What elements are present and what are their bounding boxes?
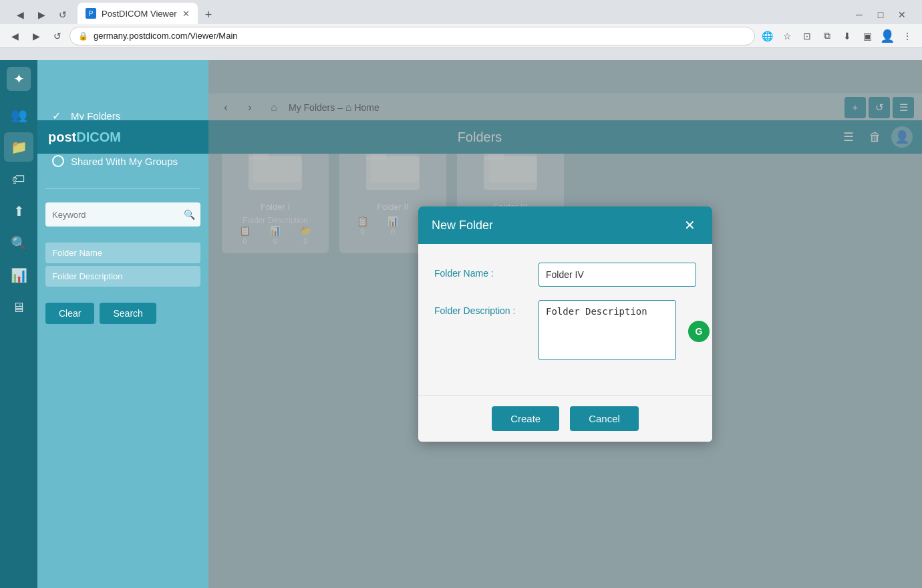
forward-btn[interactable]: ▶ bbox=[27, 27, 45, 45]
folder-name-input[interactable] bbox=[539, 263, 696, 287]
folder-description-textarea[interactable]: Folder Description bbox=[539, 300, 676, 360]
folder-name-field: Folder Name : bbox=[434, 263, 696, 287]
translate-icon[interactable]: 🌐 bbox=[758, 27, 776, 45]
cancel-button[interactable]: Cancel bbox=[570, 406, 639, 431]
keyword-input-wrap: 🔍 bbox=[45, 202, 200, 227]
history-forward-browser[interactable]: ▶ bbox=[32, 5, 51, 24]
clear-button[interactable]: Clear bbox=[45, 303, 94, 324]
sidebar-toggle[interactable]: ▣ bbox=[858, 27, 877, 45]
modal-close-icon: ✕ bbox=[684, 217, 696, 233]
shared-groups-label: Shared With My Groups bbox=[71, 156, 178, 167]
search-actions: Clear Search bbox=[37, 295, 208, 332]
grammarly-icon[interactable]: G bbox=[688, 321, 710, 342]
filter-folder-description-label: Folder Description bbox=[52, 271, 123, 281]
keyword-section: 🔍 bbox=[37, 194, 208, 243]
reload-btn[interactable]: ↺ bbox=[48, 27, 67, 45]
extension-icon[interactable]: ⧉ bbox=[818, 27, 836, 45]
filter-folder-description[interactable]: Folder Description bbox=[45, 266, 200, 287]
filter-folder-name-label: Folder Name bbox=[52, 248, 102, 258]
maximize-btn[interactable]: □ bbox=[871, 5, 890, 24]
rail-upload-icon[interactable]: ⬆ bbox=[4, 196, 33, 226]
modal-header: New Folder ✕ bbox=[418, 206, 712, 244]
rail-monitor-icon[interactable]: 🖥 bbox=[4, 293, 33, 322]
history-back-browser[interactable]: ◀ bbox=[11, 5, 29, 24]
keyword-input[interactable] bbox=[45, 202, 200, 227]
tab-close-btn[interactable]: ✕ bbox=[182, 9, 190, 19]
logo-dicom: DICOM bbox=[76, 130, 121, 144]
folder-name-label: Folder Name : bbox=[434, 263, 528, 279]
cast-icon[interactable]: ⊡ bbox=[798, 27, 816, 45]
menu-btn[interactable]: ⋮ bbox=[898, 27, 917, 45]
search-button[interactable]: Search bbox=[100, 303, 156, 324]
rail-chart-icon[interactable]: 📊 bbox=[4, 261, 33, 290]
active-tab[interactable]: P PostDICOM Viewer ✕ bbox=[78, 3, 198, 24]
download-icon[interactable]: ⬇ bbox=[838, 27, 857, 45]
rail-folder-icon[interactable]: 📁 bbox=[4, 132, 33, 162]
logo-post: post bbox=[48, 130, 76, 144]
rail-tag-icon[interactable]: 🏷 bbox=[4, 164, 33, 194]
icon-rail: ✦ 👥 📁 🏷 ⬆ 🔍 📊 🖥 bbox=[0, 60, 37, 588]
shared-groups-dot-icon bbox=[52, 155, 64, 167]
minimize-btn[interactable]: ─ bbox=[850, 5, 869, 24]
app-logo-area: postDICOM bbox=[37, 120, 208, 154]
rail-logo: ✦ bbox=[5, 65, 32, 92]
back-btn[interactable]: ◀ bbox=[5, 27, 24, 45]
close-browser-btn[interactable]: ✕ bbox=[893, 5, 911, 24]
create-button[interactable]: Create bbox=[492, 406, 559, 431]
my-folders-label: My Folders bbox=[71, 110, 120, 122]
new-folder-modal: New Folder ✕ Folder Name : Folder Descri… bbox=[418, 206, 712, 442]
profile-icon[interactable]: 👤 bbox=[878, 27, 897, 45]
logo-text: postDICOM bbox=[48, 130, 121, 145]
folder-description-field: Folder Description : Folder Description … bbox=[434, 300, 696, 363]
filter-folder-name[interactable]: Folder Name bbox=[45, 243, 200, 263]
modal-footer: Create Cancel bbox=[418, 395, 712, 442]
address-bar[interactable]: 🔒 germany.postdicom.com/Viewer/Main bbox=[69, 27, 755, 45]
new-tab-btn[interactable]: + bbox=[199, 5, 218, 24]
modal-close-btn[interactable]: ✕ bbox=[680, 216, 699, 235]
tab-title: PostDICOM Viewer bbox=[102, 9, 176, 19]
bookmark-icon[interactable]: ☆ bbox=[778, 27, 796, 45]
tab-favicon: P bbox=[86, 8, 96, 19]
modal-body: Folder Name : Folder Description : Folde… bbox=[418, 244, 712, 395]
sidebar-divider-1 bbox=[45, 188, 200, 189]
filter-section: Folder Name Folder Description bbox=[37, 243, 208, 289]
keyword-search-icon: 🔍 bbox=[184, 209, 195, 220]
rail-search-icon[interactable]: 🔍 bbox=[4, 229, 33, 258]
lock-icon: 🔒 bbox=[78, 31, 88, 41]
grammarly-letter: G bbox=[696, 326, 703, 337]
logo-icon: ✦ bbox=[7, 67, 31, 91]
rail-users-icon[interactable]: 👥 bbox=[4, 100, 33, 130]
modal-title: New Folder bbox=[432, 218, 493, 233]
url-text: germany.postdicom.com/Viewer/Main bbox=[94, 31, 238, 41]
content-area: ‹ › ⌂ My Folders – ⌂ Home + ↺ ☰ bbox=[208, 60, 922, 588]
folder-description-label: Folder Description : bbox=[434, 300, 528, 316]
refresh-browser[interactable]: ↺ bbox=[53, 5, 72, 24]
modal-overlay: New Folder ✕ Folder Name : Folder Descri… bbox=[208, 60, 922, 588]
